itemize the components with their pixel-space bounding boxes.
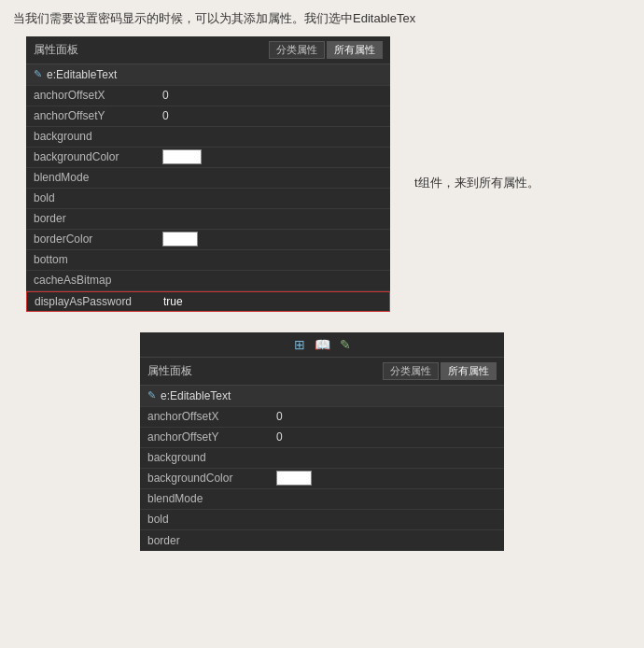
label-background-bottom: background <box>140 449 271 466</box>
value-displayAsPassword-top: true <box>158 293 389 310</box>
label-bottom-top: bottom <box>26 251 157 268</box>
row-backgroundColor-bottom: backgroundColor <box>140 469 504 489</box>
properties-panel-top: 属性面板 分类属性 所有属性 ✎ e:EditableText anchorOf… <box>26 36 390 312</box>
row-background-bottom: background <box>140 448 504 469</box>
bottom-panel-wrapper: ⊞ 📖 ✎ 属性面板 分类属性 所有属性 ✎ e:EditableText an… <box>0 332 644 551</box>
value-background-top <box>157 134 390 138</box>
color-swatch-bgcolor-top[interactable] <box>162 149 202 164</box>
row-border-top: border <box>26 209 390 230</box>
panel-toolbar-bottom: ⊞ 📖 ✎ <box>140 332 504 358</box>
value-border-top <box>157 217 390 220</box>
color-swatch-bordercolor-top[interactable] <box>162 232 198 247</box>
label-anchorOffsetX-top: anchorOffsetX <box>26 87 157 104</box>
panel-title-bottom: 属性面板 <box>147 363 192 379</box>
panel-header-buttons-top: 分类属性 所有属性 <box>269 41 383 59</box>
row-blendMode-bottom: blendMode <box>140 489 504 510</box>
row-anchorOffsetX-top: anchorOffsetX 0 <box>26 86 390 106</box>
value-anchorOffsetY-top: 0 <box>157 107 390 124</box>
mid-text: t组件，来到所有属性。 <box>403 36 539 191</box>
label-blendMode-bottom: blendMode <box>140 490 271 507</box>
label-border-bottom: border <box>140 532 271 549</box>
panel-title-top: 属性面板 <box>34 42 78 58</box>
row-borderColor-top: borderColor <box>26 230 390 250</box>
row-displayAsPassword-top: displayAsPassword true <box>26 291 390 312</box>
value-backgroundColor-top[interactable] <box>157 148 390 166</box>
pencil-icon[interactable]: ✎ <box>340 337 351 352</box>
row-background-top: background <box>26 127 390 148</box>
btn-all-top[interactable]: 所有属性 <box>327 41 383 59</box>
value-background-bottom <box>271 456 504 459</box>
top-text-content: 当我们需要设置密码显示的时候，可以为其添加属性。我们选中EditableTex <box>13 11 415 25</box>
btn-classified-top[interactable]: 分类属性 <box>269 41 325 59</box>
value-bold-bottom <box>271 517 504 521</box>
value-cacheAsBitmap-top <box>157 278 390 282</box>
label-cacheAsBitmap-top: cacheAsBitmap <box>26 272 157 289</box>
value-anchorOffsetX-top: 0 <box>157 87 390 104</box>
row-anchorOffsetY-bottom: anchorOffsetY 0 <box>140 428 504 448</box>
panel-header-buttons-bottom: 分类属性 所有属性 <box>383 362 497 380</box>
row-blendMode-top: blendMode <box>26 168 390 189</box>
row-anchorOffsetX-bottom: anchorOffsetX 0 <box>140 407 504 428</box>
row-backgroundColor-top: backgroundColor <box>26 148 390 168</box>
value-backgroundColor-bottom[interactable] <box>271 469 504 487</box>
label-blendMode-top: blendMode <box>26 169 157 186</box>
value-blendMode-top <box>157 176 390 179</box>
row-bold-top: bold <box>26 189 390 209</box>
label-border-top: border <box>26 210 157 227</box>
row-border-bottom: border <box>140 530 504 551</box>
btn-classified-bottom[interactable]: 分类属性 <box>383 362 439 380</box>
label-backgroundColor-top: backgroundColor <box>26 148 157 165</box>
value-bold-top <box>157 196 390 200</box>
value-anchorOffsetY-bottom: 0 <box>271 429 504 445</box>
component-row-bottom: ✎ e:EditableText <box>140 386 504 407</box>
component-icon-bottom: ✎ <box>147 389 156 401</box>
label-anchorOffsetY-bottom: anchorOffsetY <box>140 429 271 445</box>
panel-header-bottom: 属性面板 分类属性 所有属性 <box>140 358 504 386</box>
label-background-top: background <box>26 128 157 145</box>
label-borderColor-top: borderColor <box>26 231 157 247</box>
label-bold-bottom: bold <box>140 511 271 528</box>
component-name-top: e:EditableText <box>47 68 117 81</box>
value-borderColor-top[interactable] <box>157 230 390 248</box>
component-name-bottom: e:EditableText <box>161 389 231 402</box>
row-bold-bottom: bold <box>140 510 504 530</box>
value-blendMode-bottom <box>271 497 504 500</box>
row-bottom-top: bottom <box>26 250 390 271</box>
label-anchorOffsetY-top: anchorOffsetY <box>26 107 157 124</box>
mid-text-content: t组件，来到所有属性。 <box>414 176 539 190</box>
label-backgroundColor-bottom: backgroundColor <box>140 470 271 486</box>
btn-all-bottom[interactable]: 所有属性 <box>441 362 497 380</box>
value-bottom-top <box>157 258 390 261</box>
value-anchorOffsetX-bottom: 0 <box>271 408 504 425</box>
panel-header-top: 属性面板 分类属性 所有属性 <box>26 36 390 64</box>
component-icon-top: ✎ <box>34 68 42 80</box>
component-row-top: ✎ e:EditableText <box>26 64 390 86</box>
row-cacheAsBitmap-top: cacheAsBitmap <box>26 271 390 291</box>
label-anchorOffsetX-bottom: anchorOffsetX <box>140 408 271 425</box>
book-icon[interactable]: 📖 <box>315 337 330 352</box>
label-bold-top: bold <box>26 190 157 206</box>
grid-icon[interactable]: ⊞ <box>294 337 305 352</box>
color-swatch-bgcolor-bottom[interactable] <box>276 471 312 486</box>
properties-panel-bottom: ⊞ 📖 ✎ 属性面板 分类属性 所有属性 ✎ e:EditableText an… <box>140 332 504 551</box>
value-border-bottom <box>271 539 504 542</box>
top-text: 当我们需要设置密码显示的时候，可以为其添加属性。我们选中EditableTex <box>0 0 644 36</box>
row-anchorOffsetY-top: anchorOffsetY 0 <box>26 106 390 127</box>
label-displayAsPassword-top: displayAsPassword <box>27 293 158 310</box>
